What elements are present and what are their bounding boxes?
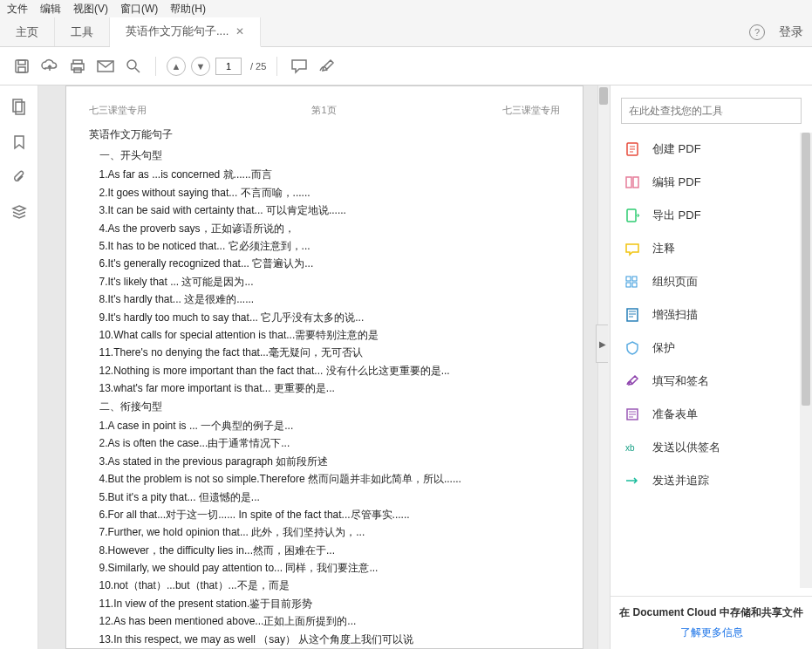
menu-window[interactable]: 窗口(W) <box>120 2 158 17</box>
svg-text:xb: xb <box>625 443 635 453</box>
tool-item[interactable]: 准备表单 <box>611 398 812 431</box>
bookmark-icon[interactable] <box>13 134 25 150</box>
tool-label: 创建 PDF <box>652 141 701 157</box>
tab-document[interactable]: 英语作文万能句子.... ✕ <box>110 17 261 47</box>
menu-edit[interactable]: 编辑 <box>40 2 61 17</box>
tool-item[interactable]: 创建 PDF <box>611 133 812 166</box>
scroll-thumb[interactable] <box>599 87 608 105</box>
page-header-center: 第1页 <box>311 102 336 119</box>
doc-line: 11.There's no denying the fact that...毫无… <box>99 344 560 361</box>
tool-item[interactable]: 编辑 PDF <box>611 166 812 199</box>
doc-line: 6.It's generally recognized that... 它普遍认… <box>99 255 560 272</box>
sign-icon[interactable] <box>316 55 338 78</box>
tool-item[interactable]: 导出 PDF <box>611 199 812 232</box>
page-number-input[interactable] <box>215 58 242 75</box>
svg-rect-16 <box>626 283 631 287</box>
tool-icon <box>624 473 640 488</box>
doc-line: 7.Further, we hold opinion that... 此外，我们… <box>99 523 560 541</box>
doc-line: 1.As far as ...is concerned 就......而言 <box>99 166 560 183</box>
login-link[interactable]: 登录 <box>779 24 803 40</box>
prev-page-button[interactable]: ▲ <box>167 57 186 76</box>
tool-item[interactable]: 填写和签名 <box>611 365 812 398</box>
svg-rect-11 <box>626 177 631 188</box>
help-icon[interactable]: ? <box>749 24 765 40</box>
tool-item[interactable]: xb发送以供签名 <box>611 431 812 464</box>
tool-icon <box>624 274 640 290</box>
svg-rect-8 <box>13 99 22 112</box>
comment-icon[interactable] <box>288 55 310 78</box>
collapse-panel-button[interactable]: ▶ <box>596 324 608 363</box>
svg-rect-0 <box>16 60 28 72</box>
close-icon[interactable]: ✕ <box>235 25 244 38</box>
tool-label: 导出 PDF <box>652 208 701 223</box>
tabbar: 主页 工具 英语作文万能句子.... ✕ ? 登录 <box>0 17 812 47</box>
left-sidebar <box>0 85 38 649</box>
doc-line: 10.not（that）...but（that）...不是，而是 <box>99 577 560 594</box>
document-viewport[interactable]: 七三课堂专用 第1页 七三课堂专用 英语作文万能句子 一、开头句型 1.As f… <box>38 85 610 649</box>
svg-point-7 <box>127 60 136 69</box>
svg-rect-1 <box>18 60 25 65</box>
tool-item[interactable]: 增强扫描 <box>611 298 812 331</box>
tool-label: 填写和签名 <box>652 373 709 389</box>
tool-icon <box>624 241 640 256</box>
page-header-left: 七三课堂专用 <box>89 102 147 119</box>
svg-rect-15 <box>632 277 637 281</box>
doc-line: 9.Similarly, we should pay attention to.… <box>99 559 560 577</box>
tool-label: 编辑 PDF <box>652 174 701 190</box>
doc-line: 2.It goes without saying that... 不言而喻，..… <box>99 184 560 202</box>
print-icon[interactable] <box>66 55 89 78</box>
svg-rect-2 <box>18 67 25 72</box>
layers-icon[interactable] <box>11 204 27 220</box>
doc-line: 6.For all that...对于这一切...... In spite of… <box>99 506 560 523</box>
attachment-icon[interactable] <box>12 169 26 185</box>
document-page: 七三课堂专用 第1页 七三课堂专用 英语作文万能句子 一、开头句型 1.As f… <box>65 85 583 649</box>
right-panel: 创建 PDF编辑 PDF导出 PDF注释组织页面增强扫描保护填写和签名准备表单x… <box>610 85 812 649</box>
next-page-button[interactable]: ▼ <box>191 57 210 76</box>
separator <box>155 57 156 76</box>
doc-line: 12.Nothing is more important than the fa… <box>99 362 560 379</box>
cloud-upload-icon[interactable] <box>38 55 61 78</box>
doc-line: 9.It's hardly too much to say that... 它几… <box>99 309 560 326</box>
tool-label: 发送以供签名 <box>652 440 720 455</box>
tool-search-input[interactable] <box>621 98 802 124</box>
section-heading: 一、开头句型 <box>99 147 560 164</box>
doc-scrollbar[interactable] <box>597 85 610 649</box>
doc-line: 5.But it's a pity that... 但遗憾的是... <box>99 488 560 506</box>
panel-footer: 在 Document Cloud 中存储和共享文件 了解更多信息 <box>611 596 812 649</box>
scroll-thumb[interactable] <box>802 133 810 406</box>
doc-line: 11.In view of the present station.鉴于目前形势 <box>99 595 560 612</box>
doc-line: 1.A case in point is ... 一个典型的例子是... <box>99 417 560 434</box>
tool-icon <box>624 373 640 389</box>
save-icon[interactable] <box>10 55 33 78</box>
tool-label: 注释 <box>652 241 675 256</box>
tool-label: 保护 <box>652 340 675 356</box>
panel-scrollbar[interactable] <box>800 133 812 588</box>
svg-rect-17 <box>632 283 637 287</box>
footer-text: 在 Document Cloud 中存储和共享文件 <box>618 605 805 620</box>
doc-line: 3.As stated in the previous paragraph 如前… <box>99 453 560 470</box>
mail-icon[interactable] <box>94 55 117 78</box>
tool-icon <box>624 307 640 323</box>
svg-rect-9 <box>16 102 24 114</box>
tool-list: 创建 PDF编辑 PDF导出 PDF注释组织页面增强扫描保护填写和签名准备表单x… <box>611 133 812 596</box>
tool-label: 组织页面 <box>652 274 698 290</box>
thumbnails-icon[interactable] <box>11 98 27 115</box>
tab-tools[interactable]: 工具 <box>55 17 110 46</box>
search-icon[interactable] <box>122 55 145 78</box>
doc-line: 4.As the proverb says，正如谚语所说的， <box>99 220 560 237</box>
menu-help[interactable]: 帮助(H) <box>170 2 206 17</box>
doc-line: 7.It's likely that ... 这可能是因为... <box>99 273 560 290</box>
svg-rect-14 <box>626 277 631 281</box>
tab-home[interactable]: 主页 <box>0 17 55 46</box>
tool-item[interactable]: 保护 <box>611 331 812 365</box>
menubar: 文件 编辑 视图(V) 窗口(W) 帮助(H) <box>0 0 812 17</box>
learn-more-link[interactable]: 了解更多信息 <box>618 625 805 640</box>
tool-label: 准备表单 <box>652 406 698 422</box>
tool-icon <box>624 174 640 190</box>
menu-file[interactable]: 文件 <box>7 2 28 17</box>
tool-label: 增强扫描 <box>652 307 698 323</box>
menu-view[interactable]: 视图(V) <box>73 2 108 17</box>
tool-item[interactable]: 注释 <box>611 232 812 265</box>
tool-item[interactable]: 发送并追踪 <box>611 464 812 497</box>
tool-item[interactable]: 组织页面 <box>611 265 812 298</box>
